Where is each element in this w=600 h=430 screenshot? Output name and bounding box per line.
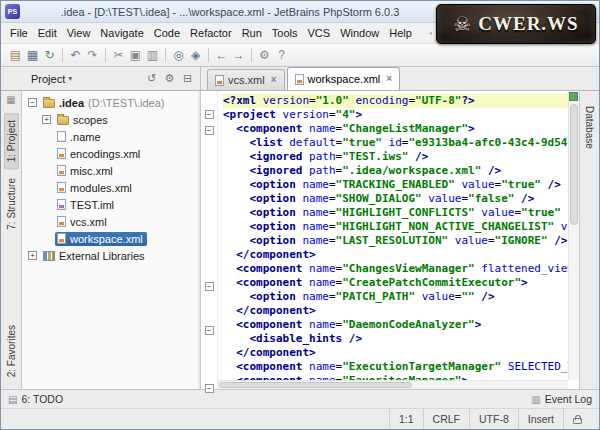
help-icon[interactable]: ?: [273, 47, 290, 64]
inspection-status-indicator[interactable]: [569, 92, 578, 101]
fold-marker-icon[interactable]: −: [205, 110, 214, 119]
code-line[interactable]: <component name="ExecutionTargetManager"…: [223, 360, 568, 374]
tree-item-workspace-xml[interactable]: workspace.xml: [22, 230, 198, 247]
tree-item-misc-xml[interactable]: misc.xml: [22, 162, 198, 179]
insert-mode-indicator[interactable]: Insert: [518, 409, 563, 429]
lock-icon[interactable]: [573, 418, 582, 424]
tree-expander-icon[interactable]: +: [28, 251, 37, 260]
code-line[interactable]: <disable_hints />: [223, 332, 568, 346]
code-line[interactable]: <option name="LAST_RESOLUTION" value="IG…: [223, 234, 568, 248]
copy-icon[interactable]: ▣: [127, 47, 144, 64]
code-line[interactable]: <component name="CreatePatchCommitExecut…: [223, 276, 568, 290]
caret-position-indicator[interactable]: 1:1: [389, 409, 423, 429]
code-line[interactable]: <component name="DaemonCodeAnalyzer">: [223, 318, 568, 332]
menu-run[interactable]: Run: [237, 25, 267, 41]
code-line[interactable]: <option name="PATCH_PATH" value="" />: [223, 290, 568, 304]
editor-horizontal-scrollbar[interactable]: [218, 380, 568, 389]
cut-icon[interactable]: ✂: [110, 47, 127, 64]
menu-navigate[interactable]: Navigate: [95, 25, 148, 41]
save-all-icon[interactable]: ▦: [24, 47, 41, 64]
menu-tools[interactable]: Tools: [267, 25, 303, 41]
menu-refactor[interactable]: Refactor: [185, 25, 237, 41]
tree-item-vcs-xml[interactable]: vcs.xml: [22, 213, 198, 230]
undo-icon[interactable]: ↶: [67, 47, 84, 64]
horizontal-scrollbar-thumb[interactable]: [219, 382, 412, 388]
tool-button-1-project[interactable]: 1: Project: [4, 113, 19, 169]
tool-button-database[interactable]: Database: [582, 99, 597, 156]
code-line[interactable]: </component>: [223, 346, 568, 360]
todo-tool-button[interactable]: 6: TODO: [21, 393, 63, 405]
paste-icon[interactable]: ▥: [144, 47, 161, 64]
redo-icon[interactable]: ↷: [84, 47, 101, 64]
tree-item-test-iml[interactable]: TEST.iml: [22, 196, 198, 213]
code-line[interactable]: <option name="TRACKING_ENABLED" value="t…: [223, 178, 568, 192]
vertical-scrollbar-thumb[interactable]: [570, 104, 578, 225]
tool-button-2-favorites[interactable]: 2: Favorites: [4, 318, 19, 384]
settings-icon[interactable]: ⚙: [163, 72, 176, 85]
tree-item-modules-xml[interactable]: modules.xml: [22, 179, 198, 196]
tree-item-name[interactable]: .name: [22, 128, 198, 145]
refresh-icon[interactable]: ↺: [145, 72, 158, 85]
event-log-button[interactable]: ▥ Event Log: [531, 393, 592, 405]
tab-close-icon[interactable]: ×: [386, 74, 392, 84]
project-view-selector[interactable]: Project: [31, 73, 65, 85]
menu-file[interactable]: File: [5, 25, 33, 41]
fold-marker-icon[interactable]: −: [205, 326, 214, 335]
code-line[interactable]: <option name="HIGHLIGHT_CONFLICTS" value…: [223, 206, 568, 220]
code-line[interactable]: <ignored path="TEST.iws" />: [223, 150, 568, 164]
line-separator-indicator[interactable]: CRLF: [423, 409, 469, 429]
tree-item-scopes[interactable]: +scopes: [22, 111, 198, 128]
tab-workspace-xml[interactable]: workspace.xml×: [287, 67, 401, 90]
fold-marker-icon[interactable]: −: [205, 384, 214, 393]
code-line[interactable]: <option name="HIGHLIGHT_NON_ACTIVE_CHANG…: [223, 220, 568, 234]
editor-lines[interactable]: <?xml version="1.0" encoding="UTF-8"?><p…: [218, 91, 568, 389]
menu-code[interactable]: Code: [149, 25, 185, 41]
tool-button-7-structure[interactable]: 7: Structure: [4, 171, 19, 237]
tool-windows-icon[interactable]: ▦: [6, 94, 15, 105]
tree-node: .name: [55, 130, 105, 144]
code-line[interactable]: <ignored path=".idea/workspace.xml" />: [223, 164, 568, 178]
code-line[interactable]: </component>: [223, 248, 568, 262]
replace-icon[interactable]: ◈: [187, 47, 204, 64]
tree-node: misc.xml: [55, 164, 117, 178]
menu-window[interactable]: Window: [335, 25, 384, 41]
tab-vcs-xml[interactable]: vcs.xml×: [207, 69, 285, 90]
tab-close-icon[interactable]: ×: [271, 75, 277, 85]
xml-icon: [57, 182, 66, 193]
menu-vcs[interactable]: VCS: [303, 25, 336, 41]
tree-expander-icon[interactable]: −: [28, 98, 37, 107]
code-line[interactable]: </component>: [223, 304, 568, 318]
code-line[interactable]: <list default="true" id="e9313ba4-afc0-4…: [223, 136, 568, 150]
chevron-down-icon[interactable]: ▾: [68, 74, 72, 83]
menu-view[interactable]: View: [62, 25, 96, 41]
back-icon[interactable]: ←: [213, 47, 230, 64]
encoding-indicator[interactable]: UTF-8: [469, 409, 518, 429]
code-line[interactable]: <component name="ChangesViewManager" fla…: [223, 262, 568, 276]
right-strip-top: Database: [582, 97, 597, 158]
tree-expander-icon[interactable]: +: [42, 115, 51, 124]
tree-item-encodings-xml[interactable]: encodings.xml: [22, 145, 198, 162]
folder-icon: [43, 99, 55, 108]
gutter-line: [201, 368, 217, 382]
tree-item-label: .idea: [59, 97, 84, 109]
gutter-line: [201, 182, 217, 196]
tree-node: TEST.iml: [55, 198, 118, 212]
collapse-all-icon[interactable]: ⊟: [181, 72, 194, 85]
settings-icon[interactable]: ⚙: [256, 47, 273, 64]
find-icon[interactable]: ◎: [170, 47, 187, 64]
code-line[interactable]: <project version="4">: [223, 108, 568, 122]
menu-help[interactable]: Help: [384, 25, 417, 41]
code-line[interactable]: <component name="ChangeListManager">: [223, 122, 568, 136]
fold-marker-icon[interactable]: −: [205, 282, 214, 291]
phpstorm-window: PS .idea - [D:\TEST\.idea] - ...\workspa…: [0, 0, 600, 430]
code-line[interactable]: <option name="SHOW_DIALOG" value="false"…: [223, 192, 568, 206]
tree-item-external-libraries[interactable]: +External Libraries: [22, 247, 198, 264]
menu-edit[interactable]: Edit: [33, 25, 62, 41]
editor-vertical-scrollbar[interactable]: [568, 91, 579, 380]
code-line[interactable]: <?xml version="1.0" encoding="UTF-8"?>: [223, 94, 568, 108]
fold-marker-icon[interactable]: −: [205, 126, 214, 135]
open-icon[interactable]: ▤: [7, 47, 24, 64]
synchronize-icon[interactable]: ↻: [41, 47, 58, 64]
forward-icon[interactable]: →: [230, 47, 247, 64]
tree-item-idea[interactable]: −.idea(D:\TEST\.idea): [22, 94, 198, 111]
